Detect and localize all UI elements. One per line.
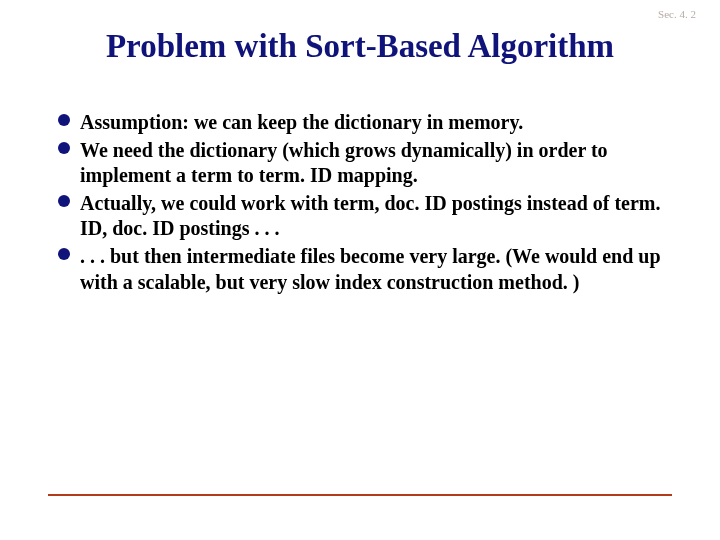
list-item: . . . but then intermediate files become… xyxy=(58,244,662,295)
bullet-text: Actually, we could work with term, doc. … xyxy=(80,191,662,242)
list-item: Assumption: we can keep the dictionary i… xyxy=(58,110,662,136)
bullet-dot-icon xyxy=(58,142,70,154)
bullet-dot-icon xyxy=(58,114,70,126)
section-label: Sec. 4. 2 xyxy=(658,8,696,20)
footer-divider xyxy=(48,494,672,496)
bullet-text: Assumption: we can keep the dictionary i… xyxy=(80,110,523,136)
list-item: Actually, we could work with term, doc. … xyxy=(58,191,662,242)
slide: Sec. 4. 2 Problem with Sort-Based Algori… xyxy=(0,0,720,540)
bullet-dot-icon xyxy=(58,195,70,207)
bullet-text: We need the dictionary (which grows dyna… xyxy=(80,138,662,189)
slide-body: Assumption: we can keep the dictionary i… xyxy=(58,110,662,297)
bullet-dot-icon xyxy=(58,248,70,260)
list-item: We need the dictionary (which grows dyna… xyxy=(58,138,662,189)
bullet-text: . . . but then intermediate files become… xyxy=(80,244,662,295)
slide-title: Problem with Sort-Based Algorithm xyxy=(0,28,720,65)
